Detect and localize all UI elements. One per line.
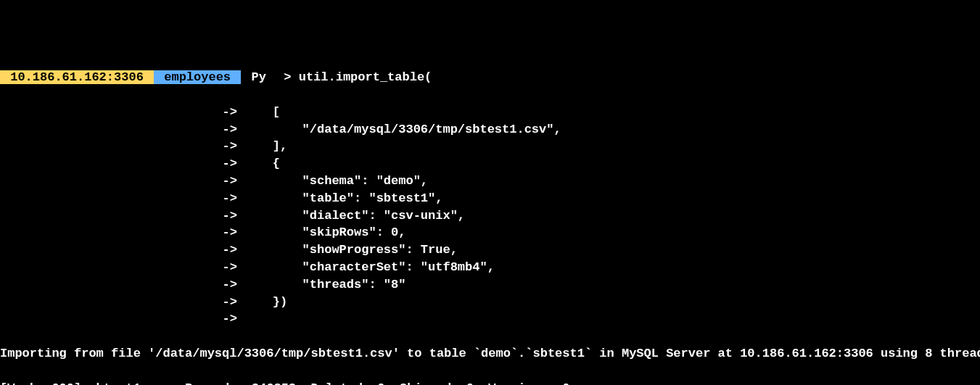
continuation-text: "characterSet": "utf8mb4", [243, 260, 495, 274]
continuation-line: -> [0, 310, 980, 328]
continuation-line: -> "dialect": "csv-unix", [0, 207, 980, 225]
continuation-text: }) [243, 295, 287, 309]
continuation-arrow: -> [223, 139, 237, 153]
continuation-text: "showProgress": True, [243, 243, 458, 257]
continuation-arrow: -> [223, 312, 237, 326]
continuation-text: "schema": "demo", [243, 174, 428, 188]
continuation-text: "threads": "8" [243, 278, 405, 291]
import-status-line: Importing from file '/data/mysql/3306/tm… [0, 345, 980, 363]
continuation-arrow: -> [223, 157, 237, 170]
host-badge: 10.186.61.162:3306 [0, 70, 154, 84]
command-text: util.import_table( [299, 70, 432, 84]
continuation-arrow: -> [223, 191, 237, 205]
continuation-arrow: -> [223, 225, 237, 239]
continuation-arrow: -> [223, 278, 237, 291]
continuation-line: -> "table": "sbtest1", [0, 190, 980, 207]
continuation-line: -> "skipRows": 0, [0, 224, 980, 241]
continuation-arrow: -> [223, 123, 237, 136]
database-badge: employees [154, 70, 241, 84]
continuation-text: { [243, 157, 280, 170]
prompt-symbol: > [284, 70, 291, 84]
continuation-text: "dialect": "csv-unix", [243, 209, 465, 223]
continuation-block: -> [-> "/data/mysql/3306/tmp/sbtest1.csv… [0, 104, 980, 328]
continuation-line: -> }) [0, 294, 980, 311]
continuation-arrow: -> [223, 209, 237, 223]
workers-block: [Worker000] sbtest1.csv: Records: 246853… [0, 380, 980, 385]
continuation-arrow: -> [223, 260, 237, 274]
language-badge: Py [241, 70, 276, 84]
continuation-arrow: -> [223, 105, 237, 119]
prompt-line[interactable]: 10.186.61.162:3306 employees Py > util.i… [0, 69, 980, 86]
continuation-line: -> "characterSet": "utf8mb4", [0, 259, 980, 276]
continuation-text: [ [243, 105, 280, 119]
continuation-arrow: -> [223, 243, 237, 257]
continuation-line: -> { [0, 155, 980, 173]
continuation-line: -> "schema": "demo", [0, 173, 980, 190]
continuation-line: -> "threads": "8" [0, 276, 980, 294]
continuation-text: "/data/mysql/3306/tmp/sbtest1.csv", [243, 123, 561, 136]
continuation-text: ], [243, 139, 287, 153]
continuation-line: -> ], [0, 138, 980, 155]
worker-line: [Worker000] sbtest1.csv: Records: 246853… [0, 380, 980, 385]
continuation-line: -> "showProgress": True, [0, 241, 980, 259]
continuation-text: "skipRows": 0, [243, 225, 405, 239]
continuation-line: -> "/data/mysql/3306/tmp/sbtest1.csv", [0, 121, 980, 138]
continuation-text: "table": "sbtest1", [243, 191, 442, 205]
continuation-line: -> [ [0, 104, 980, 121]
continuation-arrow: -> [223, 174, 237, 188]
continuation-arrow: -> [223, 295, 237, 309]
